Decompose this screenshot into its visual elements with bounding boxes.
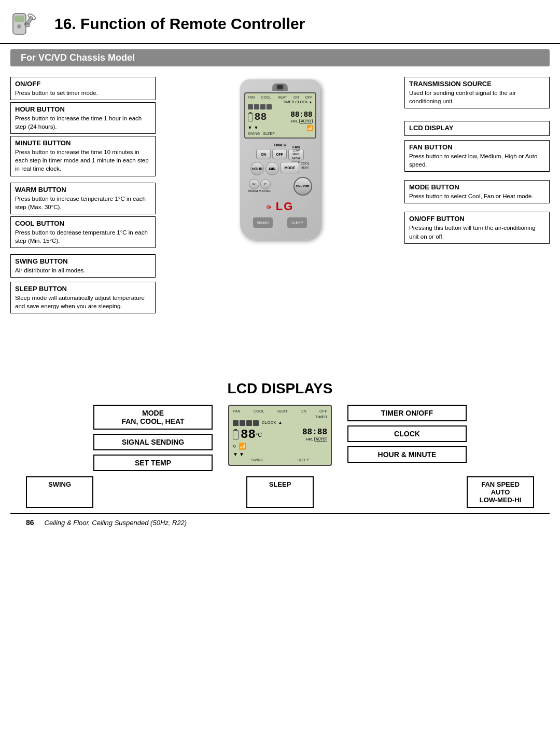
- lcd-displays-title: LCD DISPLAYS: [10, 380, 550, 397]
- lcd-signal-icon: 📶: [306, 125, 313, 131]
- label-warm-title: WARM BUTTON: [15, 186, 151, 194]
- footer-description: Ceiling & Floor, Ceiling Suspended (50Hz…: [45, 519, 187, 527]
- remote-controller: FAN COOL HEAT ON OFF TIMER CLOCK ▲: [161, 77, 399, 367]
- lcd-s-refresh-icon: ↻: [233, 444, 236, 449]
- label-onoff-title: ON/OFF: [15, 80, 151, 88]
- lcd-label-set-temp: SET TEMP: [93, 455, 213, 471]
- lcd-bottom-sleep-text: SLEEP: [269, 480, 291, 488]
- label-onoff-btn-desc: Pressing this button will turn the air-c…: [409, 225, 536, 239]
- left-labels: ON/OFF Press button to set timer mode. H…: [10, 77, 156, 367]
- label-swing-title: SWING BUTTON: [15, 257, 151, 265]
- lcd-fan-label: FAN: [248, 95, 255, 99]
- lcd-s-celsius-deg: °C: [256, 432, 262, 438]
- lcd-arrow-down-2: ▼: [254, 125, 258, 131]
- lcd-bottom-swing-text: SWING: [48, 480, 71, 488]
- lcd-display-screen: FAN COOL HEAT ON OFF TIMER CLOCK: [228, 405, 332, 466]
- label-warm: WARM BUTTON Press button to increase tem…: [10, 183, 156, 214]
- lcd-clock-text: CLOCK ▲: [296, 100, 313, 104]
- label-sleep: SLEEP BUTTON Sleep mode will automatical…: [10, 282, 156, 313]
- label-minute: MINUTE BUTTON Press button to increase t…: [10, 136, 156, 176]
- lcd-hr: HR.: [291, 119, 298, 123]
- remote-buttons: TIMER ON OFF FAN LOW MED HIGH AUTO: [244, 141, 316, 229]
- lcd-off-label: OFF: [305, 95, 313, 99]
- label-minute-desc: Press button to increase the time 10 min…: [15, 149, 149, 172]
- lcd-clock-text: CLOCK: [394, 430, 420, 438]
- label-cool: COOL BUTTON Press button to decrease tem…: [10, 216, 156, 248]
- label-fan: FAN BUTTON Press button to select low, M…: [404, 140, 550, 172]
- label-fan-title: FAN BUTTON: [409, 143, 545, 151]
- lcd-s-arrow-2: ▼: [239, 451, 244, 457]
- label-fan-desc: Press button to select low, Medium, High…: [409, 153, 537, 168]
- temp-controls: W C WARM M COOL: [248, 179, 271, 193]
- lcd-s-mode-icon-2: [240, 420, 245, 426]
- label-hour: HOUR BUTTON Press button to increase the…: [10, 102, 156, 134]
- label-swing-desc: Air distributor in all modes.: [15, 267, 86, 273]
- label-mode: MODE BUTTON Press button to select Cool,…: [404, 180, 550, 203]
- lcd-label-timer-onoff: TIMER ON/OFF: [347, 405, 467, 421]
- lcd-s-swing-sleep: SWING SLEEP: [233, 458, 327, 462]
- warm-btn[interactable]: W: [249, 179, 259, 189]
- page-number: 86: [26, 518, 34, 527]
- warm-cool-labels: WARM M COOL: [248, 189, 271, 193]
- lcd-s-mode-icon-4: [253, 420, 259, 426]
- cool-btn-small[interactable]: C: [260, 179, 271, 189]
- section-title: For VC/VD Chassis Model: [10, 49, 550, 66]
- label-cool-title: COOL BUTTON: [15, 219, 151, 227]
- lcd-s-mode-icon-3: [246, 420, 252, 426]
- label-lcd-title: LCD DISPLAY: [409, 124, 545, 132]
- mode-label: MODE: [284, 166, 295, 170]
- lcd-label-hour-minute: HOUR & MINUTE: [347, 446, 467, 463]
- lcd-set-temp-text: SET TEMP: [135, 459, 171, 467]
- lcd-s-temp-value: 88: [241, 428, 256, 442]
- lcd-s-icons-row: CLOCK ▲: [233, 420, 327, 426]
- timer-on-btn[interactable]: ON: [256, 149, 271, 159]
- min-btn[interactable]: MIN: [265, 162, 279, 175]
- lcd-icon-4: [267, 104, 272, 109]
- lcd-s-top: FAN COOL HEAT ON OFF: [233, 409, 327, 414]
- lcd-label-mode: MODE FAN, COOL, HEAT: [93, 405, 213, 430]
- timer-label: TIMER: [246, 143, 315, 147]
- lcd-s-mode-icon-1: [233, 420, 239, 426]
- fan-btn[interactable]: FAN LOW MED HIGH AUTO: [288, 149, 304, 160]
- lcd-icon-3: [260, 104, 265, 109]
- lcd-s-on: ON: [301, 409, 306, 414]
- label-warm-desc: Press button to increase temperature 1°C…: [15, 196, 146, 210]
- lcd-mode-text: MODE: [142, 409, 164, 417]
- sleep-btn[interactable]: SLEEP: [287, 217, 307, 228]
- onoff-btn[interactable]: ON / OFF: [293, 177, 312, 196]
- remote-section: ON/OFF Press button to set timer mode. H…: [0, 72, 560, 373]
- lcd-s-arrow-1: ▼: [233, 451, 238, 457]
- label-transmission-title: TRANSMISSION SOURCE: [409, 80, 545, 88]
- lcd-s-right-col: 88:88 HR. AUTO: [302, 428, 327, 442]
- label-mode-title: MODE BUTTON: [409, 183, 545, 191]
- lcd-timer-row: TIMER CLOCK ▲: [248, 100, 313, 104]
- swing-btn-label: SWING: [257, 221, 269, 225]
- lcd-top-labels: FAN COOL HEAT ON OFF: [248, 95, 313, 99]
- label-lcd: LCD DISPLAY: [404, 121, 550, 136]
- label-transmission-desc: Used for sending control signal to the a…: [409, 90, 516, 104]
- timer-off-btn[interactable]: OFF: [272, 149, 287, 159]
- lcd-bottom-sleep: SLEEP: [246, 476, 314, 508]
- swing-btn[interactable]: SWING: [253, 217, 273, 228]
- lcd-swing-sleep-row: SWING SLEEP: [248, 132, 313, 135]
- lcd-left-labels: MODE FAN, COOL, HEAT SIGNAL SENDING SET …: [93, 405, 213, 471]
- lg-logo: Ⓖ LG: [246, 197, 315, 216]
- onoff-label: ON / OFF: [296, 185, 310, 188]
- lcd-s-arrows-row: ▼ ▼: [233, 451, 327, 457]
- lcd-s-main-row: 88 °C 88:88 HR. AUTO: [233, 428, 327, 442]
- lcd-s-battery-icon: [233, 430, 239, 439]
- lcd-fan-cool-heat-text: FAN, COOL, HEAT: [121, 417, 184, 425]
- lcd-icon-2: [254, 104, 259, 109]
- label-onoff-btn: ON/OFF BUTTON Pressing this button will …: [404, 212, 550, 243]
- mode-btn[interactable]: MODE: [281, 162, 299, 173]
- lcd-screen-inner: FAN COOL HEAT ON OFF TIMER CLOCK: [228, 405, 332, 466]
- lcd-s-clock-label: CLOCK: [262, 420, 276, 426]
- lcd-label-clock: CLOCK: [347, 425, 467, 442]
- page-title: 16. Function of Remote Controller: [54, 15, 305, 33]
- chapter-icon: [10, 9, 47, 38]
- lcd-timer-onoff-text: TIMER ON/OFF: [381, 409, 433, 417]
- hour-btn[interactable]: HOUR: [250, 162, 264, 175]
- lcd-s-timer-row: TIMER: [233, 415, 327, 419]
- lcd-s-timer-text: TIMER: [315, 415, 327, 419]
- label-onoff-btn-title: ON/OFF BUTTON: [409, 215, 545, 223]
